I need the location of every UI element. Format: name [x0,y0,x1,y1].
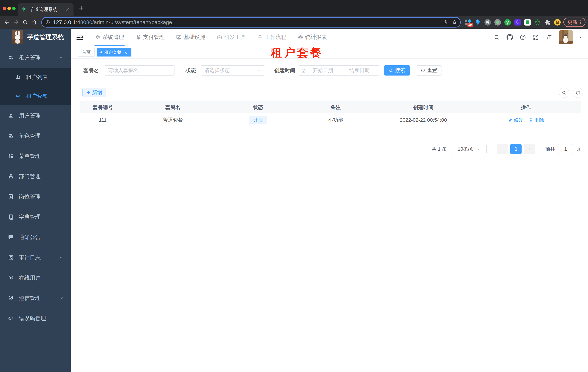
sidebar-fold-icon[interactable] [76,33,84,41]
browser-tab[interactable]: 芋道管理系统 [18,3,74,16]
reload-button[interactable] [21,18,30,27]
users-icon [15,74,21,80]
home-button[interactable] [30,18,39,27]
page-size-select[interactable]: 10条/页 [452,144,487,154]
top-menu: 系统管理 支付管理 基础设施 研发工具 [95,29,327,46]
gear-icon [95,34,101,40]
window-controls [3,7,16,10]
package-name-input[interactable] [104,65,175,75]
tab-close-icon[interactable] [65,7,70,12]
filter-bar: 套餐名 状态 请选择状态 创建时间 开始日期 - 结束日期 [71,65,588,76]
fullscreen-icon[interactable] [533,34,539,41]
tab-report[interactable]: 统计报表 [298,29,327,46]
yen-icon [136,34,141,40]
extension-green-chat-icon[interactable] [524,19,531,26]
extension-tabs-icon[interactable]: 10 [464,19,471,26]
sidebar-item-dept-management[interactable]: 部门管理 [0,166,71,187]
profile-emoji-icon[interactable] [554,19,561,26]
date-range-picker[interactable]: 开始日期 - 结束日期 [298,65,380,75]
sidebar-item-error-code-management[interactable]: 错误码管理 [0,308,71,329]
caret-down-icon[interactable] [578,35,583,40]
app-logo[interactable]: 芋道管理系统 [0,29,71,46]
search-button[interactable]: 搜索 [384,65,410,75]
prev-page-button[interactable] [497,144,508,154]
cell-actions: 修改 删除 [471,117,581,123]
extension-command-icon[interactable]: ⌘ [484,19,491,26]
window-close-button[interactable] [3,7,6,10]
chevron-up-icon [59,55,64,60]
extension-y-icon[interactable]: y [504,19,511,26]
cell-remark: 小功能 [296,117,376,124]
chevron-down-icon [477,147,481,151]
tab-system-management[interactable]: 系统管理 [95,29,124,46]
sidebar-item-menu-management[interactable]: 菜单管理 [0,146,71,166]
edit-link[interactable]: 修改 [508,117,524,123]
log-icon [8,255,14,260]
bookmark-star-icon[interactable] [452,20,457,25]
sidebar-item-user-management[interactable]: 用户管理 [0,106,71,126]
next-page-button[interactable] [524,144,535,154]
help-icon[interactable] [520,34,526,41]
extension-shield-icon[interactable] [514,19,521,26]
top-navbar: 系统管理 支付管理 基础设施 研发工具 [71,29,588,46]
tab-workflow[interactable]: 工作流程 [257,29,286,46]
tag-close-icon[interactable] [124,51,128,54]
monitor-icon [176,34,182,40]
chevron-left-icon [500,147,504,151]
browser-toolbar: 127.0.0.1:48080/admin-ui/system/tenant/p… [0,16,588,29]
page-unit-label: 页 [576,146,581,152]
site-info-icon[interactable] [45,20,50,25]
refresh-table-button[interactable] [573,88,583,98]
sidebar-item-audit-log[interactable]: 审计日志 [0,247,71,268]
forward-button[interactable] [11,18,21,27]
show-search-togg1e-button[interactable] [559,88,569,98]
github-icon[interactable] [506,34,513,41]
extension-balloon-icon[interactable] [474,19,481,26]
sidebar-item-online-users[interactable]: 在线用户 [0,268,71,288]
tab-dev-tools[interactable]: 研发工具 [217,29,246,46]
delete-link[interactable]: 删除 [529,117,544,123]
share-icon[interactable] [443,20,448,25]
cell-status: 开启 [220,116,296,124]
tab-payment-management[interactable]: 支付管理 [136,29,165,46]
browser-menu-dots-icon[interactable] [578,20,583,25]
sidebar-item-sms-management[interactable]: 短信管理 [0,288,71,308]
current-page-button[interactable]: 1 [510,144,522,154]
trash-icon [529,118,533,122]
main-content: 套餐名 状态 请选择状态 创建时间 开始日期 - 结束日期 [71,59,588,372]
cell-package-name: 普通套餐 [125,117,220,124]
package-name-label: 套餐名 [83,65,99,76]
address-bar[interactable]: 127.0.0.1:48080/admin-ui/system/tenant/p… [41,17,461,28]
search-icon [562,90,567,95]
back-button[interactable] [2,18,11,27]
search-icon[interactable] [494,34,500,41]
sidebar-item-tenant-list[interactable]: 租户列表 [0,68,71,86]
status-select[interactable]: 请选择状态 [200,65,265,75]
font-size-icon[interactable] [546,34,552,41]
gauge-icon [298,34,304,40]
sidebar-item-role-management[interactable]: 角色管理 [0,126,71,146]
browser-update-button[interactable]: 更新 [563,18,586,27]
window-zoom-button[interactable] [12,7,16,10]
add-button[interactable]: 新增 [82,88,106,97]
reset-button[interactable]: 重置 [416,65,442,75]
tab-infrastructure[interactable]: 基础设施 [176,29,205,46]
sidebar-item-tenant-package[interactable]: 租户套餐 [0,86,71,106]
extension-star-icon[interactable] [534,19,541,26]
extension-recorder-icon[interactable] [494,19,501,26]
user-avatar[interactable] [559,30,573,44]
tag-home[interactable]: 首页 [78,48,94,56]
tags-view-bar: 首页 租户套餐 [71,46,588,59]
window-minimize-button[interactable] [7,7,11,10]
sidebar-item-post-management[interactable]: 岗位管理 [0,187,71,207]
new-tab-button[interactable] [78,5,84,11]
goto-page-input[interactable] [558,144,573,154]
sidebar-item-dict-management[interactable]: 字典管理 [0,207,71,227]
sidebar-item-tenant-management[interactable]: 租户管理 [0,47,71,68]
chevron-down-icon [59,255,64,260]
sidebar-item-notice[interactable]: 通知公告 [0,227,71,247]
extensions-puzzle-icon[interactable] [544,19,551,26]
tag-tenant-package[interactable]: 租户套餐 [97,48,131,56]
extension-badge: 10 [467,23,473,27]
pagination: 共 1 条 10条/页 1 前往 页 [431,144,581,154]
